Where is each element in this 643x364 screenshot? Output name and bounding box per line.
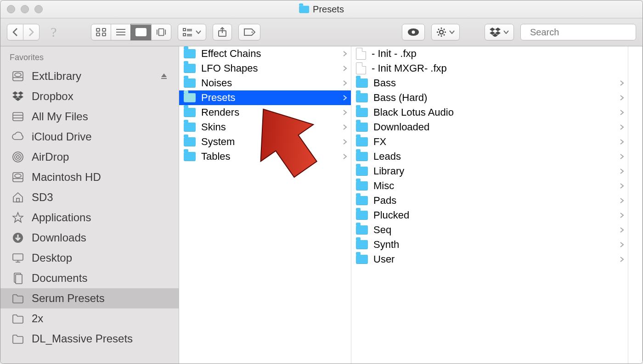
chevron-down-icon [449, 30, 455, 34]
sidebar-item-label: Documents [32, 272, 87, 285]
chevron-right-icon [343, 151, 347, 162]
sidebar-item[interactable]: Downloads [0, 228, 179, 248]
list-item[interactable]: Bass (Hard) [351, 90, 628, 105]
sidebar-item[interactable]: 2x [0, 308, 179, 329]
list-item[interactable]: Leads [351, 149, 628, 164]
folder-icon [356, 181, 368, 190]
list-item[interactable]: Downloaded [351, 120, 628, 134]
sidebar-item[interactable]: Dropbox [0, 86, 179, 106]
list-item[interactable]: Plucked [351, 208, 628, 223]
eject-icon[interactable] [160, 70, 168, 83]
list-item[interactable]: Black Lotus Audio [351, 105, 628, 120]
sidebar-item[interactable]: Desktop [0, 248, 179, 268]
list-item[interactable]: Seq [351, 223, 628, 237]
titlebar[interactable]: Presets [0, 0, 643, 18]
list-item[interactable]: Tables [179, 149, 351, 164]
list-item[interactable]: Effect Chains [179, 46, 351, 61]
list-item[interactable]: Synth [351, 237, 628, 252]
action-button[interactable] [431, 24, 460, 40]
sidebar-item[interactable]: iCloud Drive [0, 127, 179, 147]
list-item-label: System [201, 136, 235, 148]
list-item-label: - Init - .fxp [372, 48, 417, 60]
list-item-label: Leads [373, 151, 401, 162]
gear-icon [436, 27, 446, 37]
list-item[interactable]: - Init MXGR- .fxp [351, 61, 628, 76]
nav-buttons [7, 24, 39, 40]
column-view-button[interactable] [130, 24, 152, 40]
svg-rect-3 [102, 33, 106, 36]
gallery-view-button[interactable] [151, 24, 171, 40]
sidebar-item[interactable]: ExtLibrary [0, 66, 179, 86]
tag-icon [243, 28, 255, 36]
group-by-button[interactable] [178, 24, 206, 40]
list-icon [116, 28, 126, 36]
sidebar-item[interactable]: All My Files [0, 106, 179, 127]
sidebar-item-label: Serum Presets [32, 292, 105, 305]
column-1[interactable]: Effect Chains LFO Shapes Noises Presets … [179, 46, 351, 364]
list-item-label: Skins [201, 121, 226, 133]
list-item[interactable]: System [179, 134, 351, 149]
allfiles-icon [11, 110, 24, 123]
sidebar-item[interactable]: Serum Presets [0, 288, 179, 308]
list-item[interactable]: Renders [179, 105, 351, 120]
column-2[interactable]: - Init - .fxp - Init MXGR- .fxp Bass Bas… [351, 46, 628, 364]
list-item[interactable]: Presets [179, 90, 351, 105]
list-item-label: Pads [373, 195, 396, 207]
sidebar-item[interactable]: SD3 [0, 187, 179, 207]
column-3[interactable] [628, 46, 643, 364]
svg-point-23 [412, 31, 415, 34]
sidebar-item-label: All My Files [32, 110, 88, 123]
sidebar-item[interactable]: Documents [0, 268, 179, 288]
list-item-label: Bass [373, 77, 396, 89]
file-icon [356, 62, 366, 74]
search-input[interactable] [529, 27, 643, 38]
dropbox-toolbar-button[interactable] [485, 24, 514, 40]
columns-icon [135, 28, 147, 36]
back-button[interactable] [7, 24, 23, 40]
help-button[interactable]: ? [46, 24, 62, 40]
list-item[interactable]: LFO Shapes [179, 61, 351, 76]
chevron-down-icon [503, 30, 509, 34]
svg-rect-61 [17, 198, 19, 202]
list-item[interactable]: User [351, 252, 628, 267]
close-button[interactable] [7, 5, 15, 13]
list-item[interactable]: - Init - .fxp [351, 46, 628, 61]
minimize-button[interactable] [21, 5, 29, 13]
list-item-label: Plucked [373, 209, 409, 221]
tags-button[interactable] [238, 24, 260, 40]
sidebar-item-label: AirDrop [32, 151, 69, 163]
icon-view-button[interactable] [91, 24, 111, 40]
chevron-right-icon [343, 136, 347, 148]
list-view-button[interactable] [111, 24, 131, 40]
toolbar: ? [0, 18, 643, 46]
sidebar-item[interactable]: Macintosh HD [0, 167, 179, 187]
list-item[interactable]: FX [351, 134, 628, 149]
sidebar-item[interactable]: Applications [0, 207, 179, 228]
list-item[interactable]: Noises [179, 76, 351, 90]
svg-rect-14 [183, 34, 186, 36]
list-item[interactable]: Pads [351, 193, 628, 208]
folder-icon [356, 167, 368, 176]
list-item-label: Misc [373, 180, 394, 192]
list-item[interactable]: Skins [179, 120, 351, 134]
sidebar-item[interactable]: AirDrop [0, 147, 179, 167]
folder-icon [356, 255, 368, 264]
folder-icon [184, 123, 196, 132]
sidebar-item-label: iCloud Drive [32, 130, 92, 143]
zoom-button[interactable] [34, 5, 43, 13]
list-item[interactable]: Library [351, 164, 628, 179]
svg-point-55 [15, 154, 21, 160]
folder-icon [11, 292, 24, 305]
list-item[interactable]: Misc [351, 179, 628, 193]
finder-window: Presets ? [0, 0, 643, 364]
share-button[interactable] [213, 24, 232, 40]
list-item[interactable]: Bass [351, 76, 628, 90]
search-field[interactable] [520, 24, 636, 40]
quicklook-button[interactable] [402, 24, 425, 40]
forward-button[interactable] [23, 24, 39, 40]
eye-icon [407, 28, 420, 36]
folder-icon [184, 137, 196, 146]
chevron-right-icon [343, 92, 347, 104]
window-title: Presets [299, 4, 344, 15]
sidebar-item[interactable]: DL_Massive Presets [0, 329, 179, 349]
